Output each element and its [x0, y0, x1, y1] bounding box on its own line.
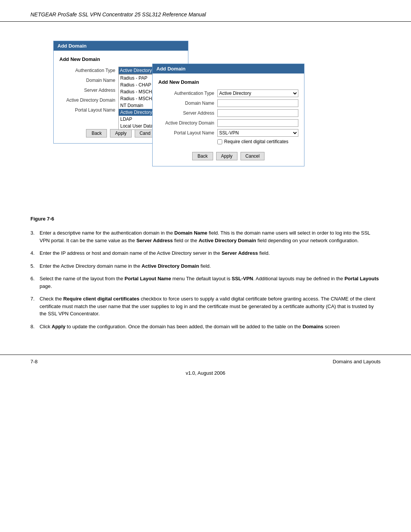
footer-page-num: 7-8 — [30, 359, 38, 364]
server-address-label-back: Server Address — [59, 88, 118, 93]
item-6-num: 6. — [30, 275, 40, 290]
body-item-4: 4. Enter the IP address or host and doma… — [30, 249, 381, 257]
ad-domain-row-front: Active Directory Domain — [158, 119, 298, 127]
footer-version: v1.0, August 2006 — [0, 368, 411, 380]
portal-layout-select-front[interactable]: SSL-VPN — [217, 129, 298, 137]
domain-name-row-front: Domain Name — [158, 99, 298, 107]
body-item-7: 7. Check the Require client digital cert… — [30, 295, 381, 318]
server-address-input-front[interactable] — [217, 109, 298, 117]
figure-caption: Figure 7-6 — [30, 216, 381, 222]
item-5-text: Enter the Active Directory domain name i… — [40, 262, 381, 270]
item-6-text: Select the name of the layout from the P… — [40, 275, 381, 290]
domain-name-label-back: Domain Name — [59, 78, 118, 83]
apply-button-back[interactable]: Apply — [110, 129, 131, 137]
require-cert-checkbox-front[interactable] — [217, 139, 222, 144]
dialog-front-subtitle: Add New Domain — [158, 79, 298, 85]
back-button-back[interactable]: Back — [86, 129, 107, 137]
item-4-text: Enter the IP address or host and domain … — [40, 249, 381, 257]
dialog-front-body: Add New Domain Authentication Type Activ… — [153, 73, 304, 166]
item-7-num: 7. — [30, 295, 40, 318]
auth-type-row-front: Authentication Type Active Directory — [158, 89, 298, 97]
item-5-num: 5. — [30, 262, 40, 270]
body-item-8: 8. Click Apply to update the configurati… — [30, 323, 381, 331]
page-header: NETGEAR ProSafe SSL VPN Concentrator 25 … — [0, 0, 411, 22]
item-8-text: Click Apply to update the configuration.… — [40, 323, 381, 331]
ad-domain-label-back: Active Directory Domain — [59, 97, 118, 103]
checkbox-row-front: Require client digital certificates — [158, 139, 298, 144]
dialog-back-title: Add Domain — [54, 41, 188, 51]
main-content: Add Domain Add New Domain Authentication… — [0, 29, 411, 343]
dialog-front: Add Domain Add New Domain Authentication… — [152, 64, 304, 166]
page-footer: 7-8 Domains and Layouts — [0, 355, 411, 368]
dialog-back-subtitle: Add New Domain — [59, 56, 182, 62]
body-item-5: 5. Enter the Active Directory domain nam… — [30, 262, 381, 270]
item-8-num: 8. — [30, 323, 40, 331]
dialog-front-buttons: Back Apply Cancel — [158, 149, 298, 160]
figure-area: Add Domain Add New Domain Authentication… — [30, 33, 381, 208]
domain-name-label-front: Domain Name — [158, 101, 217, 106]
back-button-front[interactable]: Back — [192, 152, 213, 160]
portal-layout-label-back: Portal Layout Name — [59, 107, 118, 113]
body-item-6: 6. Select the name of the layout from th… — [30, 275, 381, 290]
apply-button-front[interactable]: Apply — [216, 152, 237, 160]
portal-layout-row-front: Portal Layout Name SSL-VPN — [158, 129, 298, 137]
auth-type-label-back: Authentication Type — [59, 68, 118, 73]
item-7-text: Check the Require client digital certifi… — [40, 295, 381, 318]
ad-domain-input-front[interactable] — [217, 119, 298, 127]
footer-section: Domains and Layouts — [333, 359, 381, 364]
server-address-label-front: Server Address — [158, 110, 217, 116]
auth-type-select-front[interactable]: Active Directory — [217, 89, 298, 97]
server-address-row-front: Server Address — [158, 109, 298, 117]
cancel-button-front[interactable]: Cancel — [241, 152, 264, 160]
body-item-3: 3. Enter a descriptive name for the auth… — [30, 229, 381, 244]
item-4-num: 4. — [30, 249, 40, 257]
item-3-num: 3. — [30, 229, 40, 244]
ad-domain-label-front: Active Directory Domain — [158, 120, 217, 126]
header-title: NETGEAR ProSafe SSL VPN Concentrator 25 … — [30, 11, 381, 18]
portal-layout-label-front: Portal Layout Name — [158, 130, 217, 136]
dialog-front-title: Add Domain — [153, 64, 304, 73]
item-3-text: Enter a descriptive name for the authent… — [40, 229, 381, 244]
auth-type-label-front: Authentication Type — [158, 91, 217, 96]
require-cert-label-front: Require client digital certificates — [224, 139, 288, 144]
domain-name-input-front[interactable] — [217, 99, 298, 107]
